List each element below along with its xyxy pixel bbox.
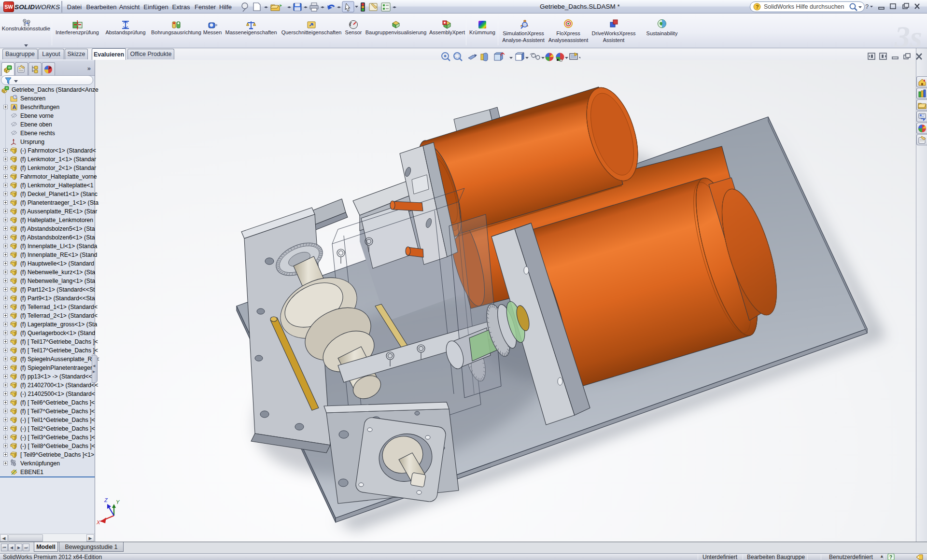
svg-text:Y: Y <box>116 499 120 505</box>
svg-text:Z: Z <box>104 497 108 503</box>
svg-text:?: ? <box>865 3 869 10</box>
svg-text:X: X <box>96 519 100 525</box>
svg-text:?: ? <box>889 555 892 560</box>
svg-text:?: ? <box>756 4 759 10</box>
svg-text:A: A <box>13 104 16 110</box>
